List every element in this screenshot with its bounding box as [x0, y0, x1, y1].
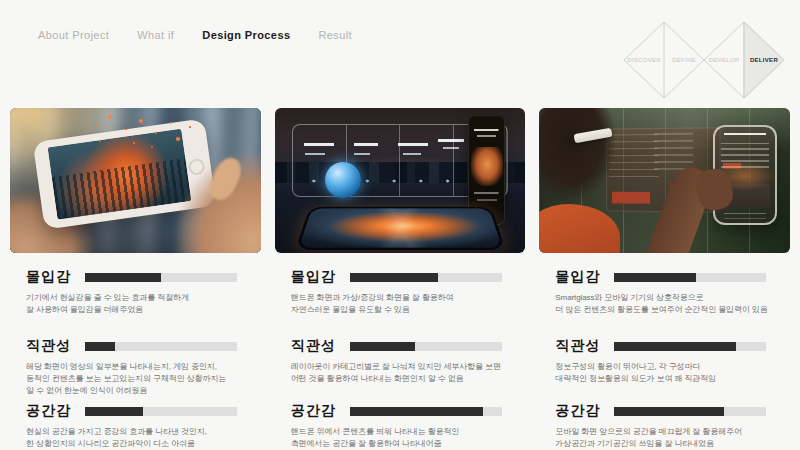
stage-label-define: DEFINE — [672, 57, 696, 63]
metric-bar-fill — [614, 273, 696, 282]
metric-spatiality: 공간감 현실의 공간을 가지고 증강의 효과를 나타낸 것인지, 한 상황인지의… — [26, 402, 255, 450]
metric-bar-fill — [350, 407, 484, 416]
metric-intuitiveness: 직관성 정보구성의 활용이 뛰어나고, 각 구성마다 대략적인 정보활용의 의도… — [555, 337, 784, 402]
metric-bar-track — [85, 342, 237, 351]
metric-description: 핸드폰 화면과 가상/증강의 화면을 잘 활용하여 자연스러운 몰입을 유도할 … — [291, 292, 520, 316]
stage-label-deliver: DELIVER — [750, 57, 778, 63]
stage-label-discover: DISCOVER — [627, 57, 661, 63]
holographic-hud-phone-photo — [275, 108, 526, 253]
metric-immersion: 몰입감 핸드폰 화면과 가상/증강의 화면을 잘 활용하여 자연스러운 몰입을 … — [291, 268, 520, 337]
metric-title: 직관성 — [555, 337, 600, 355]
metrics-list: 몰입감 핸드폰 화면과 가상/증강의 화면을 잘 활용하여 자연스러운 몰입을 … — [275, 268, 526, 450]
metric-description: 레이아웃이 카테고리별로 잘 나눠져 있지만 세부사항을 보면 어떤 것을 활용… — [291, 361, 520, 385]
metrics-list: 몰입감 Smartglass와 모바일 기기의 상호작용으로 더 많은 컨텐츠의… — [539, 268, 790, 450]
metric-title: 직관성 — [26, 337, 71, 355]
top-navigation: About Project What if Design Process Res… — [38, 29, 352, 41]
photo-art-layer — [539, 108, 614, 201]
metric-title: 공간감 — [26, 402, 71, 420]
metric-immersion: 몰입감 Smartglass와 모바일 기기의 상호작용으로 더 많은 컨텐츠의… — [555, 268, 784, 337]
evaluation-column-1: 몰입감 기기에서 현실감을 줄 수 있는 효과를 적절하게 잘 사용하여 몰입감… — [10, 108, 261, 450]
metric-description: 모바일 화면 앞으로의 공간을 매끄럽게 잘 활용해주어 가상공간과 기기공간의… — [555, 426, 784, 450]
photo-art-layer — [325, 162, 361, 198]
stage-label-develop: DEVELOP — [709, 57, 739, 63]
metric-description: Smartglass와 모바일 기기의 상호작용으로 더 많은 컨텐츠의 활용도… — [555, 292, 784, 316]
metric-bar-track — [350, 407, 502, 416]
metric-bar-track — [614, 342, 766, 351]
metric-spatiality: 공간감 모바일 화면 앞으로의 공간을 매끄럽게 잘 활용해주어 가상공간과 기… — [555, 402, 784, 450]
metric-bar-fill — [85, 407, 143, 416]
metrics-list: 몰입감 기기에서 현실감을 줄 수 있는 효과를 적절하게 잘 사용하여 몰입감… — [10, 268, 261, 450]
metric-bar-track — [350, 342, 502, 351]
evaluation-column-3: 몰입감 Smartglass와 모바일 기기의 상호작용으로 더 많은 컨텐츠의… — [539, 108, 790, 450]
double-diamond-diagram: DISCOVER DEFINE DEVELOP DELIVER — [622, 18, 792, 102]
ar-city-phone-photo — [10, 108, 261, 253]
photo-art-layer — [295, 207, 506, 250]
photo-art-layer — [47, 129, 191, 220]
metric-title: 공간감 — [555, 402, 600, 420]
metric-bar-track — [614, 273, 766, 282]
metric-title: 몰입감 — [291, 268, 336, 286]
metric-description: 현실의 공간을 가지고 증강의 효과를 나타낸 것인지, 한 상황인지의 시나리… — [26, 426, 255, 450]
metric-bar-fill — [350, 273, 438, 282]
nav-item-design-process[interactable]: Design Process — [202, 29, 290, 41]
metric-title: 직관성 — [291, 337, 336, 355]
metric-title: 몰입감 — [26, 268, 71, 286]
smartglass-transparent-phone-photo — [539, 108, 790, 253]
nav-item-about-project[interactable]: About Project — [38, 29, 109, 41]
nav-item-result[interactable]: Result — [318, 29, 352, 41]
metric-bar-fill — [614, 407, 723, 416]
metric-immersion: 몰입감 기기에서 현실감을 줄 수 있는 효과를 적절하게 잘 사용하여 몰입감… — [26, 268, 255, 337]
metric-bar-fill — [85, 342, 115, 351]
metric-description: 해당 화면이 영상의 일부분을 나타내는지, 게임 중인지, 동적인 컨텐츠를 … — [26, 361, 255, 397]
metric-intuitiveness: 직관성 레이아웃이 카테고리별로 잘 나눠져 있지만 세부사항을 보면 어떤 것… — [291, 337, 520, 402]
evaluation-grid: 몰입감 기기에서 현실감을 줄 수 있는 효과를 적절하게 잘 사용하여 몰입감… — [10, 108, 790, 450]
metric-bar-track — [85, 407, 237, 416]
metric-spatiality: 공간감 핸드폰 위에서 콘텐츠를 띄워 나타내는 활용적인 측면에서는 공간을 … — [291, 402, 520, 450]
metric-intuitiveness: 직관성 해당 화면이 영상의 일부분을 나타내는지, 게임 중인지, 동적인 컨… — [26, 337, 255, 402]
metric-description: 정보구성의 활용이 뛰어나고, 각 구성마다 대략적인 정보활용의 의도가 보여… — [555, 361, 784, 385]
metric-description: 기기에서 현실감을 줄 수 있는 효과를 적절하게 잘 사용하여 몰입감을 더해… — [26, 292, 255, 316]
metric-title: 몰입감 — [555, 268, 600, 286]
metric-description: 핸드폰 위에서 콘텐츠를 띄워 나타내는 활용적인 측면에서는 공간을 잘 활용… — [291, 426, 520, 450]
metric-bar-fill — [614, 342, 736, 351]
metric-bar-fill — [85, 273, 161, 282]
evaluation-column-2: 몰입감 핸드폰 화면과 가상/증강의 화면을 잘 활용하여 자연스러운 몰입을 … — [275, 108, 526, 450]
metric-bar-fill — [350, 342, 415, 351]
metric-bar-track — [85, 273, 237, 282]
metric-bar-track — [350, 273, 502, 282]
metric-title: 공간감 — [291, 402, 336, 420]
metric-bar-track — [614, 407, 766, 416]
nav-item-what-if[interactable]: What if — [137, 29, 174, 41]
